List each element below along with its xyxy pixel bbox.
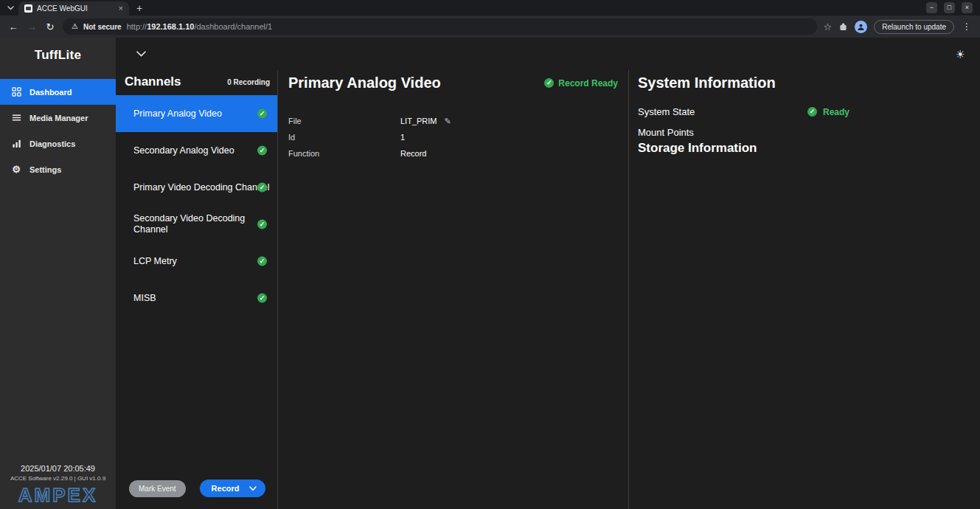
channel-label: Primary Video Decoding Channel bbox=[133, 182, 270, 193]
channel-label: Secondary Analog Video bbox=[133, 145, 234, 156]
media-manager-icon bbox=[10, 113, 22, 122]
tab-title: ACCE WebGUI bbox=[37, 4, 114, 13]
browser-menu-icon[interactable]: ⋮ bbox=[961, 21, 973, 32]
sidebar-item-settings[interactable]: ⚙ Settings bbox=[0, 156, 116, 182]
warning-icon: ⚠ bbox=[72, 23, 78, 30]
channel-fields: File LIT_PRIM ✎ Id 1 Function bbox=[288, 117, 618, 158]
channel-item-primary-video-decoding[interactable]: Primary Video Decoding Channel ✓ bbox=[116, 169, 277, 206]
page: TuffLite Dashboard Media Manager bbox=[0, 38, 980, 509]
maximize-button[interactable]: □ bbox=[944, 2, 955, 13]
sidebar-item-dashboard[interactable]: Dashboard bbox=[0, 79, 116, 105]
bar-chart-icon bbox=[10, 139, 22, 148]
field-row-function: Function Record bbox=[288, 149, 618, 158]
channel-detail-title: Primary Analog Video bbox=[288, 75, 441, 91]
check-icon: ✓ bbox=[257, 257, 267, 266]
field-row-id: Id 1 bbox=[288, 133, 618, 142]
browser-tab[interactable]: ACCE WebGUI × bbox=[18, 1, 129, 15]
profile-avatar[interactable] bbox=[855, 21, 867, 33]
brightness-toggle-icon[interactable]: ☀ bbox=[956, 49, 965, 60]
sidebar-item-diagnostics[interactable]: Diagnostics bbox=[0, 131, 116, 156]
record-button[interactable]: Record bbox=[200, 479, 266, 497]
tab-close-icon[interactable]: × bbox=[119, 4, 123, 13]
sidebar-footer: 2025/01/07 20:05:49 ACCE Software v2.29.… bbox=[0, 464, 116, 509]
mark-event-button[interactable]: Mark Event bbox=[129, 480, 186, 497]
check-icon: ✓ bbox=[257, 220, 267, 229]
url-text: http://192.168.1.10/dashboard/channel/1 bbox=[127, 22, 273, 31]
edit-pencil-icon[interactable]: ✎ bbox=[445, 117, 451, 125]
close-window-button[interactable]: × bbox=[962, 2, 973, 13]
chevron-down-icon bbox=[249, 486, 257, 491]
sidebar-item-media-manager[interactable]: Media Manager bbox=[0, 105, 116, 131]
check-icon: ✓ bbox=[544, 78, 554, 88]
system-info-panel: System Information System State ✓ Ready … bbox=[629, 70, 980, 509]
url-scheme: http:// bbox=[127, 22, 147, 31]
browser-window: ACCE WebGUI × + − □ × ← → ↻ ⚠ Not secure… bbox=[0, 0, 980, 509]
ampex-logo: AMPEX bbox=[0, 485, 116, 505]
tab-strip: ACCE WebGUI × + − □ × bbox=[0, 0, 980, 15]
tab-favicon-icon bbox=[24, 4, 32, 13]
field-row-file: File LIT_PRIM ✎ bbox=[288, 117, 618, 125]
sidebar-item-label: Diagnostics bbox=[29, 139, 75, 148]
field-label: File bbox=[288, 117, 400, 125]
channel-label: Primary Analog Video bbox=[133, 108, 222, 120]
window-controls: − □ × bbox=[926, 2, 976, 13]
field-value: 1 bbox=[400, 133, 405, 142]
channel-label: LCP Metry bbox=[133, 256, 177, 267]
record-button-label: Record bbox=[212, 484, 240, 493]
security-label[interactable]: Not secure bbox=[83, 23, 122, 31]
browser-toolbar: ← → ↻ ⚠ Not secure http://192.168.1.10/d… bbox=[0, 15, 980, 38]
channel-detail-panel: Primary Analog Video ✓ Record Ready File… bbox=[278, 70, 629, 509]
forward-button: → bbox=[26, 22, 38, 32]
software-version: ACCE Software v2.29.0 | GUI v1.0.9 bbox=[0, 475, 116, 482]
record-ready-status: ✓ Record Ready bbox=[544, 78, 618, 89]
dashboard-grid-icon bbox=[10, 87, 22, 97]
system-state-label: System State bbox=[638, 106, 807, 117]
check-icon: ✓ bbox=[257, 183, 267, 193]
channel-item-secondary-video-decoding[interactable]: Secondary Video Decoding Channel ✓ bbox=[116, 206, 277, 243]
content-area: ☀ Channels 0 Recording Primary Analog Vi… bbox=[116, 38, 980, 509]
system-timestamp: 2025/01/07 20:05:49 bbox=[0, 464, 116, 473]
panels: Channels 0 Recording Primary Analog Vide… bbox=[116, 70, 980, 509]
url-host: 192.168.1.10 bbox=[147, 22, 194, 31]
reload-button[interactable]: ↻ bbox=[44, 22, 56, 32]
check-icon: ✓ bbox=[257, 109, 267, 119]
gear-icon: ⚙ bbox=[10, 165, 22, 174]
tab-search-chevron-icon[interactable] bbox=[7, 6, 14, 10]
check-icon: ✓ bbox=[807, 107, 817, 117]
sidebar-nav: Dashboard Media Manager Diagnostics ⚙ bbox=[0, 79, 116, 182]
brand-logo: TuffLite bbox=[0, 38, 116, 73]
extensions-icon[interactable] bbox=[838, 22, 848, 32]
system-info-title: System Information bbox=[638, 75, 971, 91]
sidebar: TuffLite Dashboard Media Manager bbox=[0, 38, 116, 509]
minimize-button[interactable]: − bbox=[926, 2, 937, 13]
channel-label: Secondary Video Decoding Channel bbox=[133, 213, 249, 235]
address-bar[interactable]: ⚠ Not secure http://192.168.1.10/dashboa… bbox=[63, 18, 817, 35]
app-bar: ☀ bbox=[116, 38, 980, 70]
chevron-down-icon[interactable] bbox=[136, 51, 146, 57]
channels-header: Channels 0 Recording bbox=[116, 70, 277, 95]
mount-points-label: Mount Points bbox=[638, 127, 971, 138]
channel-item-misb[interactable]: MISB ✓ bbox=[116, 280, 277, 316]
field-value: Record bbox=[400, 149, 426, 158]
channel-actions: Mark Event Record bbox=[116, 472, 277, 509]
channels-title: Channels bbox=[125, 75, 181, 89]
field-value: LIT_PRIM ✎ bbox=[400, 117, 451, 125]
channels-panel: Channels 0 Recording Primary Analog Vide… bbox=[116, 70, 278, 509]
bookmark-star-icon[interactable]: ☆ bbox=[824, 22, 833, 32]
relaunch-update-button[interactable]: Relaunch to update bbox=[874, 20, 954, 34]
status-label: Record Ready bbox=[558, 78, 618, 89]
new-tab-button[interactable]: + bbox=[136, 3, 142, 13]
url-path: /dashboard/channel/1 bbox=[194, 22, 272, 31]
check-icon: ✓ bbox=[257, 294, 267, 303]
sidebar-item-label: Dashboard bbox=[29, 88, 72, 97]
channel-label: MISB bbox=[133, 293, 156, 304]
channel-detail-header: Primary Analog Video ✓ Record Ready bbox=[288, 75, 618, 91]
channel-item-lcp-metry[interactable]: LCP Metry ✓ bbox=[116, 243, 277, 280]
field-label: Id bbox=[288, 133, 400, 142]
sidebar-item-label: Settings bbox=[29, 165, 61, 174]
channel-item-primary-analog-video[interactable]: Primary Analog Video ✓ bbox=[116, 95, 277, 132]
channel-item-secondary-analog-video[interactable]: Secondary Analog Video ✓ bbox=[116, 132, 277, 169]
back-button[interactable]: ← bbox=[7, 22, 19, 32]
channel-list: Primary Analog Video ✓ Secondary Analog … bbox=[116, 95, 277, 472]
system-state-row: System State ✓ Ready bbox=[638, 106, 971, 117]
